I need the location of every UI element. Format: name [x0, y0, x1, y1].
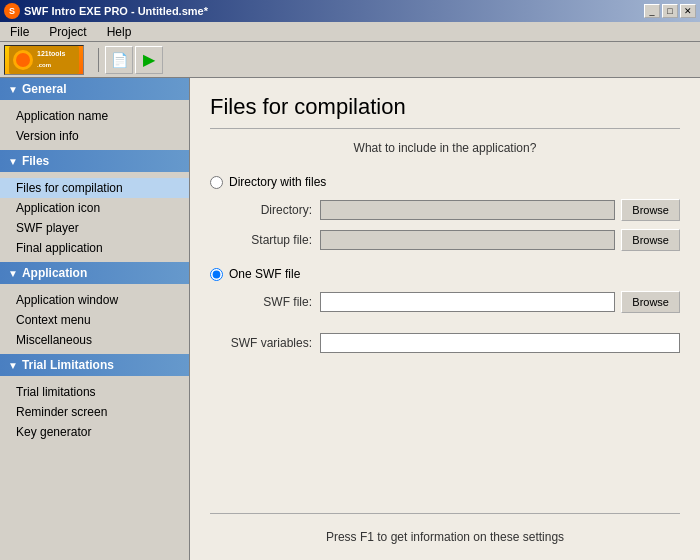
swf-variables-input[interactable]: [320, 333, 680, 353]
maximize-button[interactable]: □: [662, 4, 678, 18]
content-area: Files for compilation What to include in…: [190, 78, 700, 560]
startup-file-label: Startup file:: [230, 233, 320, 247]
sidebar-section-application[interactable]: ▼ Application: [0, 262, 189, 284]
directory-label: Directory:: [230, 203, 320, 217]
trial-items: Trial limitations Reminder screen Key ge…: [0, 378, 189, 446]
directory-row: Directory: Browse: [210, 199, 680, 221]
svg-text:.com: .com: [37, 62, 51, 68]
title-bar-buttons[interactable]: _ □ ✕: [644, 4, 696, 18]
radio-directory[interactable]: [210, 176, 223, 189]
toolbar-document-button[interactable]: 📄: [105, 46, 133, 74]
content-subtitle: What to include in the application?: [210, 141, 680, 155]
close-button[interactable]: ✕: [680, 4, 696, 18]
title-bar-text: SWF Intro EXE PRO - Untitled.sme*: [24, 5, 208, 17]
startup-file-input[interactable]: [320, 230, 615, 250]
trial-arrow-icon: ▼: [8, 360, 18, 371]
toolbar: 121tools .com 📄 ▶: [0, 42, 700, 78]
files-items: Files for compilation Application icon S…: [0, 174, 189, 262]
sidebar-item-reminder-screen[interactable]: Reminder screen: [0, 402, 189, 422]
sidebar-item-key-generator[interactable]: Key generator: [0, 422, 189, 442]
sidebar-section-trial[interactable]: ▼ Trial Limitations: [0, 354, 189, 376]
sidebar-item-context-menu[interactable]: Context menu: [0, 310, 189, 330]
content-title: Files for compilation: [210, 94, 680, 129]
startup-file-row: Startup file: Browse: [210, 229, 680, 251]
sidebar-item-files-compilation[interactable]: Files for compilation: [0, 178, 189, 198]
general-arrow-icon: ▼: [8, 84, 18, 95]
minimize-button[interactable]: _: [644, 4, 660, 18]
sidebar-item-swf-player[interactable]: SWF player: [0, 218, 189, 238]
swf-file-row: SWF file: Browse: [210, 291, 680, 313]
general-section-label: General: [22, 82, 67, 96]
toolbar-run-button[interactable]: ▶: [135, 46, 163, 74]
title-bar: S SWF Intro EXE PRO - Untitled.sme* _ □ …: [0, 0, 700, 22]
sidebar-item-application-window[interactable]: Application window: [0, 290, 189, 310]
swf-variables-label: SWF variables:: [230, 336, 320, 350]
radio-swf-row: One SWF file: [210, 267, 680, 281]
status-text: Press F1 to get information on these set…: [326, 530, 564, 544]
svg-point-2: [16, 53, 30, 67]
files-arrow-icon: ▼: [8, 156, 18, 167]
directory-browse-button[interactable]: Browse: [621, 199, 680, 221]
swf-file-input[interactable]: [320, 292, 615, 312]
radio-directory-label[interactable]: Directory with files: [229, 175, 326, 189]
swf-file-label: SWF file:: [230, 295, 320, 309]
sidebar-item-version-info[interactable]: Version info: [0, 126, 189, 146]
files-section-label: Files: [22, 154, 49, 168]
sidebar-item-trial-limitations[interactable]: Trial limitations: [0, 382, 189, 402]
swf-variables-row: SWF variables:: [210, 333, 680, 353]
app-icon: S: [4, 3, 20, 19]
radio-swf[interactable]: [210, 268, 223, 281]
radio-directory-row: Directory with files: [210, 175, 680, 189]
swf-file-browse-button[interactable]: Browse: [621, 291, 680, 313]
startup-file-browse-button[interactable]: Browse: [621, 229, 680, 251]
main-layout: ▼ General Application name Version info …: [0, 78, 700, 560]
toolbar-separator: [98, 48, 99, 72]
trial-section-label: Trial Limitations: [22, 358, 114, 372]
menu-bar: File Project Help: [0, 22, 700, 42]
sidebar-section-general[interactable]: ▼ General: [0, 78, 189, 100]
radio-swf-label[interactable]: One SWF file: [229, 267, 300, 281]
application-section-label: Application: [22, 266, 87, 280]
application-items: Application window Context menu Miscella…: [0, 286, 189, 354]
sidebar-item-application-icon[interactable]: Application icon: [0, 198, 189, 218]
menu-help[interactable]: Help: [101, 23, 138, 41]
status-bar: Press F1 to get information on these set…: [210, 513, 680, 544]
sidebar-section-files[interactable]: ▼ Files: [0, 150, 189, 172]
general-items: Application name Version info: [0, 102, 189, 150]
menu-file[interactable]: File: [4, 23, 35, 41]
title-bar-left: S SWF Intro EXE PRO - Untitled.sme*: [4, 3, 208, 19]
directory-input[interactable]: [320, 200, 615, 220]
sidebar: ▼ General Application name Version info …: [0, 78, 190, 560]
sidebar-item-miscellaneous[interactable]: Miscellaneous: [0, 330, 189, 350]
svg-text:121tools: 121tools: [37, 50, 66, 57]
sidebar-item-final-application[interactable]: Final application: [0, 238, 189, 258]
menu-project[interactable]: Project: [43, 23, 92, 41]
toolbar-logo: 121tools .com: [4, 45, 84, 75]
application-arrow-icon: ▼: [8, 268, 18, 279]
sidebar-item-application-name[interactable]: Application name: [0, 106, 189, 126]
